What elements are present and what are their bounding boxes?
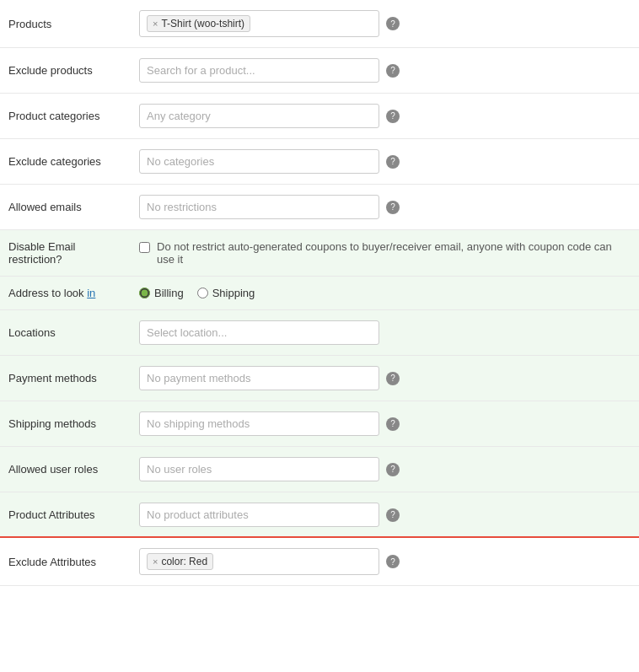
billing-label: Billing — [154, 287, 184, 299]
disable-email-row: Disable Email restriction? Do not restri… — [0, 230, 639, 277]
address-field: Billing Shipping — [131, 277, 639, 310]
disable-email-label: Disable Email restriction? — [0, 230, 131, 277]
shipping-methods-input[interactable] — [139, 411, 379, 436]
exclude-categories-label: Exclude categories — [0, 139, 131, 185]
exclude-attributes-field: × color: Red ? — [131, 538, 639, 586]
shipping-label: Shipping — [212, 287, 255, 299]
allowed-user-roles-field: ? — [131, 447, 639, 492]
product-attributes-help-icon[interactable]: ? — [386, 508, 400, 522]
exclude-attributes-tag-input[interactable]: × color: Red — [139, 548, 379, 575]
shipping-methods-field: ? — [131, 401, 639, 447]
product-categories-field: ? — [131, 94, 639, 139]
product-attributes-field: ? — [131, 492, 639, 538]
exclude-attribute-tag-remove[interactable]: × — [153, 556, 158, 567]
product-tag: × T-Shirt (woo-tshirt) — [147, 15, 250, 32]
exclude-products-label: Exclude products — [0, 48, 131, 94]
exclude-categories-help-icon[interactable]: ? — [386, 155, 400, 169]
exclude-products-row: Exclude products ? — [0, 48, 639, 94]
billing-radio-label[interactable]: Billing — [139, 287, 184, 299]
disable-email-checkbox[interactable] — [139, 242, 150, 253]
exclude-categories-row: Exclude categories ? — [0, 139, 639, 185]
locations-input[interactable] — [139, 320, 379, 345]
allowed-user-roles-row: Allowed user roles ? — [0, 447, 639, 492]
exclude-attribute-tag-value: color: Red — [161, 556, 207, 567]
address-label: Address to look in — [0, 277, 131, 310]
disable-email-text: Do not restrict auto-generated coupons t… — [157, 240, 631, 266]
allowed-user-roles-help-icon[interactable]: ? — [386, 463, 400, 476]
allowed-emails-input[interactable] — [139, 195, 379, 219]
exclude-attribute-tag: × color: Red — [147, 553, 213, 570]
product-tag-value: T-Shirt (woo-tshirt) — [161, 18, 244, 30]
product-categories-label: Product categories — [0, 94, 131, 139]
payment-methods-help-icon[interactable]: ? — [386, 372, 400, 385]
product-categories-input[interactable] — [139, 104, 379, 128]
payment-methods-input[interactable] — [139, 366, 379, 390]
address-in-link[interactable]: in — [87, 287, 95, 299]
shipping-methods-label: Shipping methods — [0, 401, 131, 447]
product-tag-remove[interactable]: × — [153, 19, 158, 29]
billing-radio[interactable] — [139, 288, 150, 298]
exclude-attributes-row: Exclude Attributes × color: Red ? — [0, 538, 639, 586]
shipping-radio-label[interactable]: Shipping — [197, 287, 255, 299]
locations-label: Locations — [0, 310, 131, 356]
product-attributes-input[interactable] — [139, 503, 379, 527]
allowed-emails-row: Allowed emails ? — [0, 185, 639, 230]
exclude-products-input[interactable] — [139, 58, 379, 83]
allowed-emails-field: ? — [131, 185, 639, 230]
shipping-methods-row: Shipping methods ? — [0, 401, 639, 447]
exclude-categories-field: ? — [131, 139, 639, 185]
shipping-radio[interactable] — [197, 288, 208, 298]
allowed-emails-help-icon[interactable]: ? — [386, 201, 400, 214]
allowed-user-roles-input[interactable] — [139, 457, 379, 481]
product-attributes-label: Product Attributes — [0, 492, 131, 538]
exclude-categories-input[interactable] — [139, 149, 379, 174]
product-categories-help-icon[interactable]: ? — [386, 110, 400, 123]
exclude-products-field: ? — [131, 48, 639, 94]
exclude-products-help-icon[interactable]: ? — [386, 64, 400, 78]
address-row: Address to look in Billing Shipping — [0, 277, 639, 310]
product-categories-row: Product categories ? — [0, 94, 639, 139]
locations-row: Locations — [0, 310, 639, 356]
exclude-attributes-label: Exclude Attributes — [0, 538, 131, 586]
allowed-emails-label: Allowed emails — [0, 185, 131, 230]
locations-field — [131, 310, 639, 356]
allowed-user-roles-label: Allowed user roles — [0, 447, 131, 492]
payment-methods-label: Payment methods — [0, 356, 131, 401]
disable-email-checkbox-label[interactable]: Do not restrict auto-generated coupons t… — [139, 240, 631, 266]
address-radio-group: Billing Shipping — [139, 287, 631, 299]
exclude-attributes-help-icon[interactable]: ? — [386, 555, 400, 568]
products-row: Products × T-Shirt (woo-tshirt) ? — [0, 0, 639, 48]
payment-methods-field: ? — [131, 356, 639, 401]
products-tag-input[interactable]: × T-Shirt (woo-tshirt) — [139, 10, 379, 37]
products-field: × T-Shirt (woo-tshirt) ? — [131, 0, 639, 48]
disable-email-field: Do not restrict auto-generated coupons t… — [131, 230, 639, 277]
products-help-icon[interactable]: ? — [386, 17, 400, 30]
payment-methods-row: Payment methods ? — [0, 356, 639, 401]
shipping-methods-help-icon[interactable]: ? — [386, 417, 400, 431]
product-attributes-row: Product Attributes ? — [0, 492, 639, 538]
products-label: Products — [0, 0, 131, 48]
